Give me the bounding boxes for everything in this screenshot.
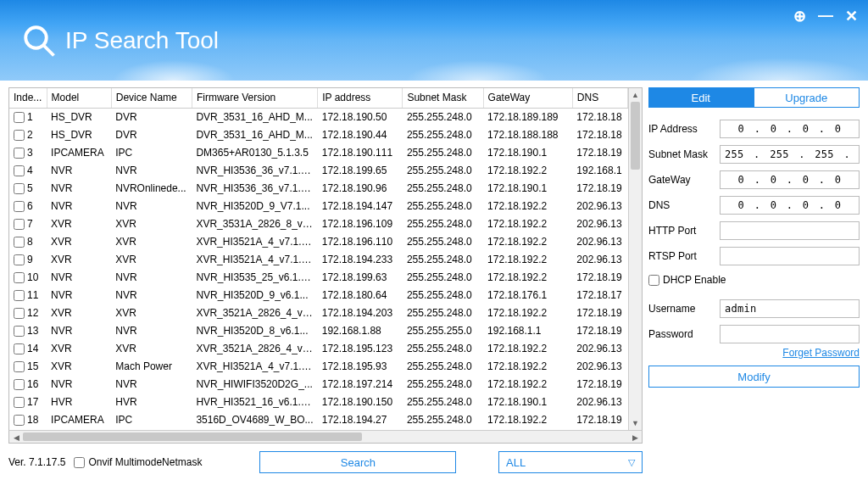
add-icon[interactable]: ⊕	[793, 7, 806, 25]
rtsp-port-input[interactable]	[720, 247, 860, 265]
close-icon[interactable]: ✕	[845, 7, 858, 25]
username-label: Username	[648, 303, 720, 315]
row-checkbox[interactable]	[14, 308, 25, 319]
cell-fw: NVR_HI3536_36_v7.1.3...	[192, 180, 317, 198]
row-index: 18	[27, 414, 38, 426]
col-header[interactable]: Subnet Mask	[403, 88, 483, 108]
col-header[interactable]: Model	[47, 88, 111, 108]
minimize-icon[interactable]: —	[818, 7, 833, 25]
forget-password-link[interactable]: Forget Password	[648, 347, 860, 359]
row-checkbox[interactable]	[14, 112, 25, 123]
password-input[interactable]	[720, 325, 860, 343]
gateway-input[interactable]	[720, 170, 860, 189]
cell-gw: 172.18.192.2	[483, 233, 572, 251]
row-checkbox[interactable]	[14, 397, 25, 408]
row-checkbox[interactable]	[14, 415, 25, 426]
cell-gw: 192.168.1.1	[483, 322, 572, 340]
dns-input[interactable]	[720, 196, 860, 215]
horizontal-scrollbar[interactable]: ◀ ▶	[8, 430, 643, 444]
gateway-label: GateWay	[648, 174, 720, 186]
username-input[interactable]	[720, 299, 860, 318]
row-checkbox[interactable]	[14, 130, 25, 141]
cell-name: NVR	[111, 162, 192, 180]
ip-address-input[interactable]	[720, 120, 860, 138]
dhcp-checkbox-input[interactable]	[648, 275, 659, 286]
onvif-checkbox-input[interactable]	[74, 457, 85, 468]
http-port-input[interactable]	[720, 221, 860, 240]
table-row[interactable]: 15XVRMach PowerXVR_HI3521A_4_v7.1.2...17…	[9, 358, 628, 376]
table-row[interactable]: 9XVRXVRXVR_HI3521A_4_v7.1.1...172.18.194…	[9, 251, 628, 269]
cell-name: DVR	[111, 108, 192, 126]
tab-edit[interactable]: Edit	[648, 87, 754, 108]
scroll-right-icon[interactable]: ▶	[628, 431, 642, 443]
table-row[interactable]: 16NVRNVRNVR_HIWIFI3520D2G_...172.18.197.…	[9, 376, 628, 393]
table-row[interactable]: 13NVRNVRNVR_HI3520D_8_v6.1...192.168.1.8…	[9, 322, 628, 340]
row-checkbox[interactable]	[14, 290, 25, 301]
subnet-mask-input[interactable]	[720, 145, 860, 164]
row-checkbox[interactable]	[14, 237, 25, 248]
row-checkbox[interactable]	[14, 183, 25, 194]
table-row[interactable]: 4NVRNVRNVR_HI3536_36_v7.1.3...172.18.199…	[9, 162, 628, 180]
scroll-thumb[interactable]	[631, 102, 640, 170]
cell-mask: 255.255.248.0	[403, 215, 483, 233]
tab-upgrade[interactable]: Upgrade	[754, 87, 860, 108]
table-row[interactable]: 14XVRXVRXVR_3521A_2826_4_v7...172.18.195…	[9, 340, 628, 358]
cell-fw: XVR_HI3521A_4_v7.1.1...	[192, 251, 317, 269]
row-index: 1	[27, 111, 33, 123]
row-checkbox[interactable]	[14, 219, 25, 230]
scroll-up-icon[interactable]: ▲	[629, 88, 642, 102]
scroll-left-icon[interactable]: ◀	[9, 431, 23, 443]
cell-mask: 255.255.248.0	[403, 251, 483, 269]
table-row[interactable]: 1HS_DVRDVRDVR_3531_16_AHD_M...172.18.190…	[9, 108, 628, 126]
row-checkbox[interactable]	[14, 254, 25, 265]
col-header[interactable]: Device Name	[111, 88, 192, 108]
version-label: Ver. 7.1.17.5	[8, 456, 65, 468]
row-checkbox[interactable]	[14, 361, 25, 372]
scroll-down-icon[interactable]: ▼	[629, 416, 642, 430]
row-checkbox[interactable]	[14, 272, 25, 283]
table-row[interactable]: 3IPCAMERAIPCDM365+AR0130_5.1.3.5172.18.1…	[9, 144, 628, 162]
cell-dns: 202.96.13	[572, 198, 627, 215]
cell-ip: 172.18.190.111	[318, 144, 403, 162]
hscroll-thumb[interactable]	[23, 433, 362, 441]
table-row[interactable]: 6NVRNVRNVR_HI3520D_9_V7.1...172.18.194.1…	[9, 198, 628, 215]
row-checkbox[interactable]	[14, 201, 25, 212]
table-row[interactable]: 5NVRNVROnlinede...NVR_HI3536_36_v7.1.3..…	[9, 180, 628, 198]
col-header[interactable]: DNS	[572, 88, 627, 108]
row-index: 2	[27, 129, 33, 141]
search-button[interactable]: Search	[259, 451, 456, 473]
dhcp-checkbox[interactable]: DHCP Enable	[648, 274, 860, 286]
col-header[interactable]: IP address	[318, 88, 403, 108]
table-row[interactable]: 12XVRXVRXVR_3521A_2826_4_v7...172.18.194…	[9, 304, 628, 322]
row-index: 3	[27, 147, 33, 159]
col-header[interactable]: Inde...	[9, 88, 47, 108]
row-checkbox[interactable]	[14, 148, 25, 159]
cell-dns: 192.168.1	[572, 162, 627, 180]
cell-gw: 172.18.190.1	[483, 144, 572, 162]
table-row[interactable]: 10NVRNVRNVR_HI3535_25_v6.1.4...172.18.19…	[9, 269, 628, 287]
table-row[interactable]: 8XVRXVRXVR_HI3521A_4_v7.1.1...172.18.196…	[9, 233, 628, 251]
table-row[interactable]: 17HVRHVRHVR_HI3521_16_v6.1.4...172.18.19…	[9, 393, 628, 411]
onvif-checkbox[interactable]: Onvif MultimodeNetmask	[74, 456, 202, 468]
table-row[interactable]: 18IPCAMERAIPC3516D_OV4689_W_BO...172.18.…	[9, 411, 628, 429]
cell-mask: 255.255.248.0	[403, 304, 483, 322]
modify-button[interactable]: Modify	[648, 366, 860, 388]
cell-model: HS_DVR	[47, 126, 111, 144]
cell-mask: 255.255.248.0	[403, 108, 483, 126]
col-header[interactable]: GateWay	[483, 88, 572, 108]
row-checkbox[interactable]	[14, 165, 25, 176]
table-row[interactable]: 2HS_DVRDVRDVR_3531_16_AHD_M...172.18.190…	[9, 126, 628, 144]
row-checkbox[interactable]	[14, 326, 25, 337]
cell-ip: 172.18.194.203	[318, 304, 403, 322]
table-row[interactable]: 7XVRXVRXVR_3531A_2826_8_v7...172.18.196.…	[9, 215, 628, 233]
cell-dns: 202.96.13	[572, 251, 627, 269]
vertical-scrollbar[interactable]: ▲ ▼	[628, 88, 642, 430]
cell-ip: 192.168.1.88	[318, 322, 403, 340]
row-index: 17	[27, 396, 38, 408]
filter-select[interactable]: ALL ▽	[498, 451, 643, 473]
row-checkbox[interactable]	[14, 343, 25, 354]
col-header[interactable]: Firmware Version	[192, 88, 317, 108]
cell-name: NVR	[111, 376, 192, 393]
table-row[interactable]: 11NVRNVRNVR_HI3520D_9_v6.1...172.18.180.…	[9, 287, 628, 304]
row-checkbox[interactable]	[14, 379, 25, 390]
